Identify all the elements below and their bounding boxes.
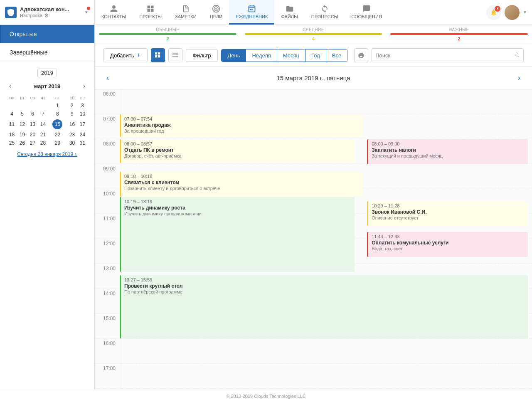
calendar-day-cell[interactable]: 10 [77, 110, 88, 118]
calendar-day-header: ср [27, 94, 38, 101]
period-btn-все[interactable]: Все [326, 49, 347, 62]
calendar-day-cell[interactable]: 14 [38, 118, 48, 131]
nav-item-contacts[interactable]: КОНТАКТЫ [95, 0, 133, 25]
calendar-day-cell[interactable]: 13 [27, 118, 38, 131]
calendar-day-cell[interactable]: 22 [48, 131, 67, 139]
day-view-scroll[interactable]: 06:00 07:00 08:00 09:00 10:00 11:00 12:0… [95, 89, 532, 390]
calendar-day-cell[interactable]: 26 [17, 139, 27, 147]
nav-item-goals[interactable]: ЦЕЛИ [203, 0, 229, 25]
calendar-day-cell[interactable]: 31 [77, 139, 88, 147]
event-block-e8[interactable]: 13:27 – 15:59 Провести круглый стол По п… [120, 275, 528, 338]
event-block-e3[interactable]: 08:00 – 09:00 Заплатить налоги За текущи… [367, 139, 528, 164]
nav-items: КОНТАКТЫ ПРОЕКТЫ ЗАМЕТКИ ЦЕЛИ ЕЖЕДНЕВНИК… [95, 0, 481, 25]
add-icon: + [136, 52, 140, 59]
nav-right: 8 ▼ [481, 5, 532, 20]
hour-row: 16:00 [95, 339, 532, 364]
calendar-day-cell[interactable]: 4 [7, 110, 17, 118]
event-block-e4[interactable]: 09:18 – 10:18 Связаться с клиентом Позво… [120, 172, 363, 197]
logo-subtitle: Настройка ⚙ [20, 12, 83, 19]
priority-medium-bar [245, 33, 382, 35]
nav-item-files[interactable]: ФАЙЛЫ [274, 0, 304, 25]
calendar-day-cell[interactable]: 5 [17, 110, 27, 118]
calendar-day-cell[interactable]: 24 [77, 131, 88, 139]
nav-item-notes[interactable]: ЗАМЕТКИ [168, 0, 203, 25]
calendar-day-cell[interactable]: 2 [67, 101, 77, 110]
priority-medium: СРЕДНИЕ 4 [241, 27, 387, 41]
search-input[interactable] [375, 52, 514, 59]
nav-item-diary[interactable]: ЕЖЕДНЕВНИК [229, 0, 274, 25]
event-block-e1[interactable]: 07:00 – 07:54 Аналитика продаж За прошед… [120, 114, 363, 137]
calendar-day-cell[interactable]: 20 [27, 131, 38, 139]
event-title: Оплатить комунальные услуги [372, 240, 525, 246]
notifications-button[interactable]: 8 [486, 5, 501, 20]
calendar-day-header: вс [77, 94, 88, 101]
calendar-day-cell[interactable]: 25 [7, 139, 17, 147]
calendar-day-header: пн [7, 94, 17, 101]
period-btn-неделя[interactable]: Неделя [246, 49, 277, 62]
view-list-button[interactable] [168, 48, 182, 62]
calendar-day-cell[interactable]: 3 [77, 101, 88, 110]
priority-important-count: 2 [386, 36, 532, 41]
event-block-e2[interactable]: 08:00 – 08:57 Отдать ПК в ремонт Договор… [120, 139, 355, 163]
hour-row: 06:00 [95, 89, 532, 114]
calendar-day-cell[interactable]: 8 [48, 110, 67, 118]
calendar-day-cell[interactable]: 27 [27, 139, 38, 147]
calendar-day-cell[interactable]: 19 [17, 131, 27, 139]
search-icon [514, 52, 520, 58]
calendar-day-cell[interactable]: 21 [38, 131, 48, 139]
svg-rect-4 [250, 9, 251, 10]
svg-rect-6 [155, 52, 157, 54]
calendar-prev-month[interactable]: ‹ [7, 81, 14, 91]
prev-day-button[interactable]: ‹ [103, 72, 112, 84]
calendar-day-cell[interactable]: 15 [48, 118, 67, 131]
svg-rect-8 [155, 55, 157, 57]
event-block-e7[interactable]: 11:43 – 12:43 Оплатить комунальные услуг… [367, 232, 528, 257]
view-grid-button[interactable] [151, 48, 165, 62]
print-button[interactable] [354, 48, 368, 62]
footer: © 2013-2019 Clouds Technologies LLC [0, 390, 532, 402]
calendar-day-cell[interactable]: 23 [67, 131, 77, 139]
hour-area [120, 339, 532, 363]
event-block-e6[interactable]: 10:29 – 11:28 Звонок Ивановой С.И. Описа… [367, 201, 528, 226]
calendar-day-cell[interactable]: 9 [67, 110, 77, 118]
event-time: 08:00 – 08:57 [124, 141, 351, 146]
event-title: Отдать ПК в ремонт [124, 147, 351, 153]
add-button[interactable]: Добавить + [103, 48, 148, 62]
calendar-day-cell[interactable]: 18 [7, 131, 17, 139]
calendar-next-month[interactable]: › [81, 81, 88, 91]
nav-item-messages[interactable]: СООБЩЕНИЯ [345, 0, 388, 25]
filter-button[interactable]: Фильтр [186, 49, 218, 62]
sidebar-item-completed[interactable]: Завершённые [0, 43, 94, 62]
period-btn-месяц[interactable]: Месяц [277, 49, 305, 62]
period-btn-день[interactable]: День [222, 49, 246, 62]
avatar[interactable] [505, 5, 520, 20]
status-dot [87, 7, 90, 10]
calendar-day-cell[interactable]: 6 [27, 110, 38, 118]
nav-item-processes[interactable]: ПРОЦЕССЫ [305, 0, 345, 25]
calendar-day-cell[interactable]: 17 [77, 118, 88, 131]
calendar-year[interactable]: 2019 [37, 69, 57, 77]
calendar-day-header: пт [48, 94, 67, 101]
next-day-button[interactable]: › [515, 72, 524, 84]
logo-text: Адвокатская кон... Настройка ⚙ [20, 6, 83, 19]
calendar-day-cell[interactable]: 29 [48, 139, 67, 147]
calendar-day-cell [27, 101, 38, 110]
avatar-dropdown-arrow[interactable]: ▼ [523, 10, 527, 15]
logo-dropdown-arrow[interactable]: ▼ [84, 10, 89, 15]
period-btn-год[interactable]: Год [305, 49, 326, 62]
calendar-day-cell[interactable]: 11 [7, 118, 17, 131]
nav-item-projects[interactable]: ПРОЕКТЫ [133, 0, 168, 25]
hour-label: 11:00 [95, 214, 120, 239]
calendar-day-cell[interactable]: 16 [67, 118, 77, 131]
calendar-day-cell[interactable]: 12 [17, 118, 27, 131]
search-box[interactable] [372, 48, 524, 62]
sidebar-item-open[interactable]: Открытые [0, 25, 94, 43]
svg-rect-5 [251, 9, 253, 10]
calendar-day-cell[interactable]: 1 [48, 101, 67, 110]
logo-area[interactable]: Адвокатская кон... Настройка ⚙ ▼ [0, 0, 95, 25]
calendar-day-cell[interactable]: 28 [38, 139, 48, 147]
today-link[interactable]: Сегодня 28 января 2019 г. [7, 151, 88, 157]
calendar-day-cell[interactable]: 7 [38, 110, 48, 118]
event-block-e5[interactable]: 10:19 – 13:19 Изучить динамику роста Изу… [120, 197, 355, 272]
calendar-day-cell[interactable]: 30 [67, 139, 77, 147]
